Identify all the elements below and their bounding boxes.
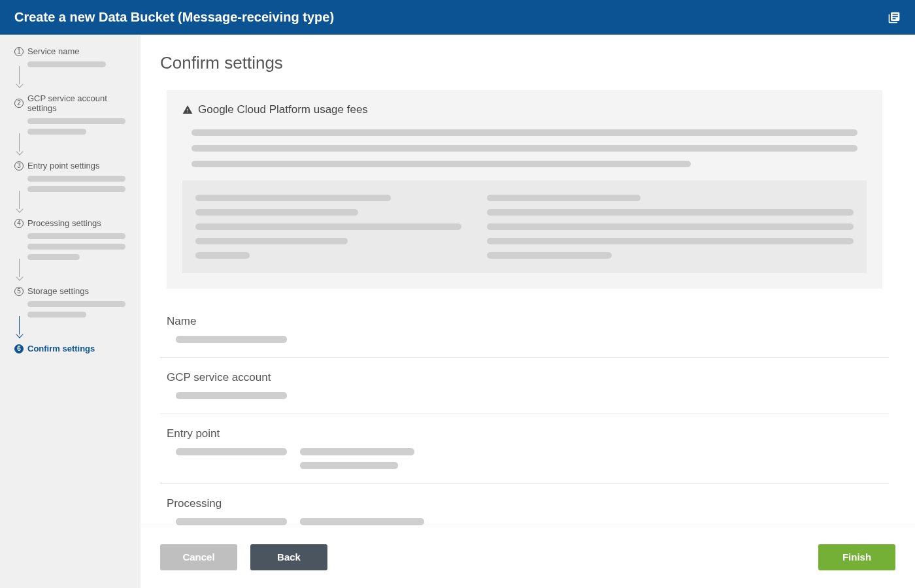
cancel-button[interactable]: Cancel (160, 544, 237, 570)
placeholder-line (300, 462, 398, 469)
library-books-icon[interactable] (888, 11, 901, 24)
placeholder-line (195, 223, 461, 230)
placeholder-line (27, 61, 106, 67)
step-storage[interactable]: 5 Storage settings (14, 286, 133, 337)
wizard-footer: Cancel Back Finish (141, 525, 915, 588)
placeholder-line (176, 518, 287, 525)
step-label: Confirm settings (27, 344, 95, 353)
section-title: Name (167, 315, 882, 328)
placeholder-line (191, 145, 857, 152)
finish-button[interactable]: Finish (818, 544, 895, 570)
step-entry-point[interactable]: 3 Entry point settings (14, 161, 133, 212)
placeholder-line (176, 448, 287, 455)
main-panel: Confirm settings Google Cloud Platform u… (141, 35, 915, 588)
step-processing[interactable]: 4 Processing settings (14, 218, 133, 280)
step-number-2: 2 (14, 99, 24, 108)
placeholder-line (191, 161, 691, 167)
placeholder-line (27, 301, 125, 307)
usage-fees-warning: Google Cloud Platform usage fees (167, 90, 882, 289)
placeholder-line (487, 252, 612, 259)
placeholder-line (195, 238, 348, 244)
step-number-6: 6 (14, 344, 24, 353)
placeholder-line (487, 238, 854, 244)
section-title: GCP service account (167, 371, 882, 384)
placeholder-line (27, 176, 125, 182)
placeholder-line (195, 252, 250, 259)
placeholder-line (176, 336, 287, 343)
step-label: Service name (27, 46, 79, 56)
placeholder-line (27, 233, 125, 239)
section-gcp-service-account: GCP service account (160, 363, 889, 414)
step-service-name[interactable]: 1 Service name (14, 46, 133, 87)
section-name: Name (160, 307, 889, 358)
section-processing: Processing (160, 489, 889, 525)
step-label: GCP service account settings (27, 93, 133, 113)
step-label: Entry point settings (27, 161, 100, 171)
step-number-1: 1 (14, 47, 24, 56)
placeholder-line (195, 209, 358, 216)
placeholder-line (487, 195, 641, 201)
step-number-4: 4 (14, 219, 24, 228)
placeholder-line (176, 392, 287, 399)
step-confirm-settings[interactable]: 6 Confirm settings (14, 344, 133, 353)
placeholder-line (27, 254, 80, 260)
back-button[interactable]: Back (250, 544, 327, 570)
step-number-5: 5 (14, 287, 24, 296)
app-header: Create a new Data Bucket (Message-receiv… (0, 0, 915, 35)
placeholder-line (300, 448, 414, 455)
placeholder-line (195, 195, 391, 201)
wizard-steps-sidebar: 1 Service name 2 GCP service account set… (0, 35, 141, 588)
placeholder-line (191, 129, 857, 136)
warning-title-text: Google Cloud Platform usage fees (198, 103, 368, 116)
warning-icon (182, 105, 193, 115)
placeholder-line (27, 312, 86, 318)
placeholder-line (27, 186, 125, 192)
section-title: Entry point (167, 427, 882, 440)
placeholder-line (487, 209, 854, 216)
header-title: Create a new Data Bucket (Message-receiv… (14, 10, 334, 25)
placeholder-line (27, 244, 125, 250)
step-gcp-service-account[interactable]: 2 GCP service account settings (14, 93, 133, 154)
placeholder-line (27, 118, 125, 124)
section-title: Processing (167, 497, 882, 510)
step-label: Processing settings (27, 218, 101, 228)
page-title: Confirm settings (160, 53, 889, 73)
warning-details-box (182, 180, 867, 273)
content-scroll: Confirm settings Google Cloud Platform u… (141, 35, 915, 525)
placeholder-line (27, 129, 86, 135)
step-number-3: 3 (14, 161, 24, 171)
step-label: Storage settings (27, 286, 89, 296)
placeholder-line (487, 223, 854, 230)
placeholder-line (300, 518, 424, 525)
section-entry-point: Entry point (160, 419, 889, 484)
